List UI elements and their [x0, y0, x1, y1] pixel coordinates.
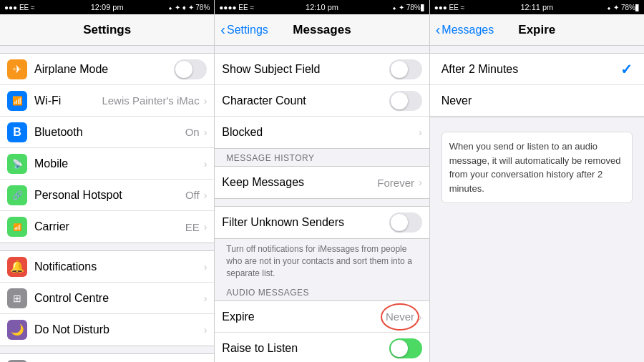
never-item[interactable]: Never [430, 85, 644, 117]
wifi-label: Wi-Fi [34, 94, 102, 107]
keep-messages-item[interactable]: Keep Messages Forever › [215, 167, 429, 198]
signal-icon: ⬥ [168, 4, 172, 11]
control-chevron: › [204, 293, 208, 304]
keep-messages-chevron: › [419, 177, 422, 188]
hotspot-label: Personal Hotspot [34, 189, 185, 202]
wifi-item[interactable]: 📶 Wi-Fi Lewis Painter's iMac › [0, 85, 214, 117]
status-bar-right-1: ⬥ ✦ ♦ ✦ 78% [168, 4, 210, 11]
carrier-value: EE [185, 221, 200, 233]
carrier-label: Carrier [34, 220, 185, 233]
nav-bar-3: ‹ Messages Expire [430, 14, 644, 46]
notifications-item[interactable]: 🔔 Notifications › [0, 251, 214, 283]
back-button-2[interactable]: ‹ Settings [220, 21, 268, 38]
settings-list[interactable]: ✈ Airplane Mode 📶 Wi-Fi Lewis Painter's … [0, 46, 214, 362]
airplane-mode-item[interactable]: ✈ Airplane Mode [0, 54, 214, 85]
expire-info-text: When you send or listen to an audio mess… [449, 141, 621, 194]
airplane-toggle[interactable] [174, 59, 207, 79]
blocked-label: Blocked [222, 126, 417, 139]
nav-bar-1: Settings [0, 14, 214, 46]
carrier-item[interactable]: 📶 Carrier EE › [0, 211, 214, 243]
hotspot-value: Off [185, 189, 200, 201]
audio-expire-value: Never [386, 310, 414, 323]
raise-listen-toggle[interactable] [389, 338, 422, 358]
settings-panel: ●●● EE ≈ 12:09 pm ⬥ ✦ ♦ ✦ 78% Settings ✈… [0, 0, 214, 362]
blocked-item[interactable]: Blocked › [215, 117, 429, 148]
message-history-header: MESSAGE HISTORY [215, 149, 429, 166]
notifications-label: Notifications [34, 260, 203, 273]
checkmark-icon: ✓ [620, 61, 633, 78]
messages-audio-group: Expire Never › Raise to Listen [215, 300, 429, 362]
after-2-min-item[interactable]: After 2 Minutes ✓ [430, 54, 644, 85]
never-label: Never [441, 94, 633, 107]
wifi-icon: 📶 [7, 91, 27, 111]
battery-text: ♦ ✦ 78% [182, 4, 210, 11]
mobile-icon: 📡 [7, 154, 27, 174]
filter-unknown-item[interactable]: Filter Unknown Senders [215, 207, 429, 238]
expire-list[interactable]: After 2 Minutes ✓ Never When you send or… [430, 46, 644, 362]
status-bar-3: ●●● EE ≈ 12:11 pm ⬥ ✦ 78%▊ [430, 0, 644, 14]
group-1: ✈ Airplane Mode 📶 Wi-Fi Lewis Painter's … [0, 53, 214, 243]
mobile-item[interactable]: 📡 Mobile › [0, 148, 214, 180]
hotspot-item[interactable]: 🔗 Personal Hotspot Off › [0, 180, 214, 211]
group-3: ⚙ General › A Display & Brightness › ❀ W… [0, 353, 214, 362]
status-bar-2: ●●●● EE ≈ 12:10 pm ⬥ ✦ 78%▊ [215, 0, 429, 14]
notifications-icon: 🔔 [7, 257, 27, 277]
expire-options-group: After 2 Minutes ✓ Never [430, 53, 644, 117]
filter-note: Turn off notifications for iMessages fro… [215, 239, 429, 283]
blocked-chevron: › [419, 127, 422, 138]
airplane-icon: ✈ [7, 59, 27, 79]
messages-group-3: Filter Unknown Senders [215, 206, 429, 239]
mobile-label: Mobile [34, 157, 203, 170]
status-bar-time-1: 12:09 pm [91, 3, 124, 11]
control-item[interactable]: ⊞ Control Centre › [0, 283, 214, 314]
bluetooth-icon: ✦ [175, 4, 180, 11]
status-bar-left-2: ●●●● EE ≈ [219, 4, 254, 11]
audio-expire-item[interactable]: Expire Never › [215, 301, 429, 333]
messages-group-1: Show Subject Field Character Count Block… [215, 53, 429, 149]
show-subject-toggle[interactable] [389, 59, 422, 79]
expire-info-box: When you send or listen to an audio mess… [441, 132, 633, 203]
bluetooth-label: Bluetooth [34, 126, 185, 139]
messages-list[interactable]: Show Subject Field Character Count Block… [215, 46, 429, 362]
expire-panel: ●●● EE ≈ 12:11 pm ⬥ ✦ 78%▊ ‹ Messages Ex… [430, 0, 644, 362]
filter-toggle[interactable] [389, 212, 422, 233]
char-count-toggle[interactable] [389, 91, 422, 111]
back-chevron-icon: ‹ [220, 21, 225, 38]
status-bar-left-1: ●●● EE ≈ [4, 4, 35, 11]
status-bar-right-2: ⬥ ✦ 78%▊ [392, 4, 425, 11]
status-bar-time-3: 12:11 pm [520, 3, 553, 11]
after-2-min-label: After 2 Minutes [441, 63, 620, 76]
expire-title: Expire [518, 23, 555, 37]
show-subject-label: Show Subject Field [222, 63, 389, 76]
dnd-icon: 🌙 [7, 320, 27, 340]
raise-listen-item[interactable]: Raise to Listen [215, 333, 429, 362]
mobile-chevron: › [204, 158, 208, 170]
airplane-label: Airplane Mode [34, 63, 174, 76]
keep-messages-label: Keep Messages [222, 176, 377, 189]
settings-title: Settings [83, 23, 131, 37]
nav-bar-2: ‹ Settings Messages [215, 14, 429, 46]
control-icon: ⊞ [7, 288, 27, 308]
bluetooth-chevron: › [204, 127, 208, 138]
general-item[interactable]: ⚙ General › [0, 354, 214, 362]
audio-expire-label: Expire [222, 310, 386, 323]
wifi-chevron: › [204, 95, 208, 107]
back-button-3[interactable]: ‹ Messages [436, 21, 494, 38]
bluetooth-value: On [185, 126, 200, 138]
char-count-label: Character Count [222, 94, 389, 107]
bluetooth-item[interactable]: B Bluetooth On › [0, 117, 214, 148]
dnd-item[interactable]: 🌙 Do Not Disturb › [0, 314, 214, 346]
messages-panel: ●●●● EE ≈ 12:10 pm ⬥ ✦ 78%▊ ‹ Settings M… [215, 0, 429, 362]
control-label: Control Centre [34, 292, 203, 305]
dnd-label: Do Not Disturb [34, 323, 203, 336]
status-bar-right-3: ⬥ ✦ 78%▊ [607, 4, 640, 11]
status-bar-time-2: 12:10 pm [306, 3, 338, 11]
char-count-item[interactable]: Character Count [215, 85, 429, 117]
audio-expire-chevron: › [419, 311, 422, 323]
dnd-chevron: › [204, 324, 208, 336]
hotspot-chevron: › [204, 190, 208, 201]
raise-listen-label: Raise to Listen [222, 342, 389, 355]
show-subject-item[interactable]: Show Subject Field [215, 54, 429, 85]
carrier-icon: 📶 [7, 217, 27, 237]
back-label-3: Messages [441, 24, 494, 36]
